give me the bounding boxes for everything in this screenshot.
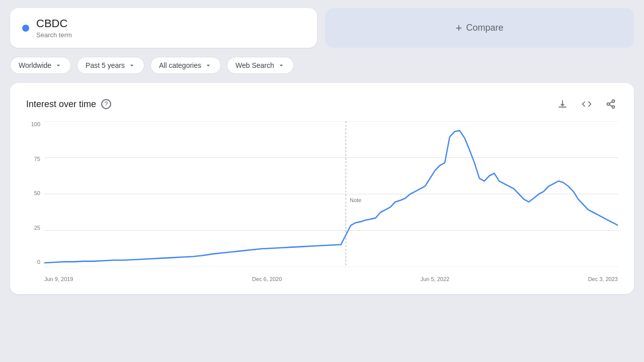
y-label-25: 25	[26, 225, 44, 231]
compare-card[interactable]: + Compare	[325, 8, 634, 48]
chart-actions	[555, 97, 618, 111]
region-filter[interactable]: Worldwide	[10, 57, 71, 74]
x-label-4: Dec 3, 2023	[588, 276, 618, 282]
chevron-down-icon	[128, 61, 136, 69]
svg-text:Note: Note	[350, 197, 361, 203]
help-icon[interactable]: ?	[101, 99, 111, 109]
x-label-3: Jun 5, 2022	[421, 276, 450, 282]
search-type-filter[interactable]: Web Search	[227, 57, 294, 74]
chevron-down-icon	[54, 61, 62, 69]
category-filter-label: All categories	[159, 61, 201, 69]
category-filter[interactable]: All categories	[150, 57, 221, 74]
compare-label: Compare	[466, 23, 503, 33]
chart-title-group: Interest over time ?	[26, 99, 111, 110]
y-axis-labels: 0 25 50 75 100	[26, 121, 44, 267]
chart-header: Interest over time ?	[26, 97, 618, 111]
chevron-down-icon	[277, 61, 285, 69]
chart-title: Interest over time	[26, 99, 96, 110]
interest-over-time-card: Interest over time ?	[10, 83, 634, 294]
search-term-type: Search term	[36, 31, 72, 39]
time-filter[interactable]: Past 5 years	[77, 57, 144, 74]
compare-plus-icon: +	[456, 22, 462, 35]
embed-icon	[582, 99, 592, 109]
share-icon	[606, 99, 616, 109]
svg-point-2	[612, 106, 615, 109]
filters-bar: Worldwide Past 5 years All categories We…	[0, 48, 644, 83]
trend-chart: Note	[44, 121, 618, 267]
compare-button[interactable]: + Compare	[456, 22, 504, 35]
embed-button[interactable]	[580, 97, 594, 111]
svg-line-4	[609, 102, 612, 104]
y-label-100: 100	[26, 121, 44, 127]
x-label-1: Jun 9, 2019	[44, 276, 73, 282]
y-label-50: 50	[26, 190, 44, 196]
share-button[interactable]	[604, 97, 618, 111]
time-filter-label: Past 5 years	[86, 61, 125, 69]
download-icon	[557, 99, 568, 109]
download-button[interactable]	[555, 97, 570, 111]
x-label-2: Dec 6, 2020	[252, 276, 282, 282]
chart-svg-container: Note	[44, 121, 618, 267]
x-axis-labels: Jun 9, 2019 Dec 6, 2020 Jun 5, 2022 Dec …	[44, 270, 618, 282]
chevron-down-icon	[204, 61, 212, 69]
search-term-info: CBDC Search term	[36, 17, 72, 39]
search-type-filter-label: Web Search	[235, 61, 274, 69]
search-term-card: CBDC Search term	[10, 8, 317, 48]
search-term-name: CBDC	[36, 17, 72, 30]
svg-line-3	[609, 105, 612, 107]
y-label-75: 75	[26, 156, 44, 162]
y-label-0: 0	[26, 259, 44, 265]
svg-point-0	[612, 100, 615, 103]
region-filter-label: Worldwide	[19, 61, 51, 69]
search-term-dot	[22, 25, 29, 32]
svg-point-1	[607, 103, 610, 106]
chart-area: 0 25 50 75 100 Note	[26, 121, 618, 282]
